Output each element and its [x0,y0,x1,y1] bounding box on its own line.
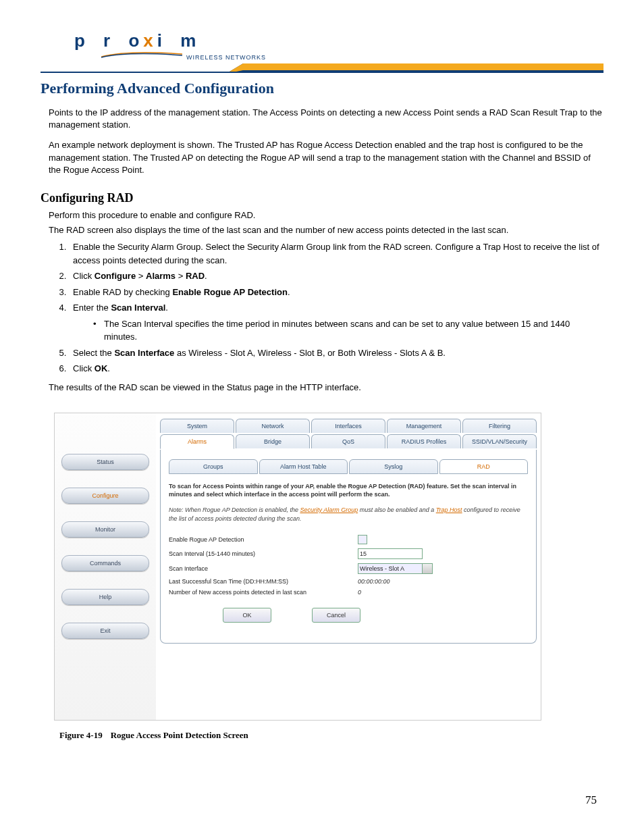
label-last-scan-time: Last Successful Scan Time (DD:HH:MM:SS) [169,578,358,585]
value-new-ap-count: 0 [358,589,361,596]
step-4-bullet: The Scan Interval specifies the time per… [93,317,603,344]
nav-monitor[interactable]: Monitor [61,521,149,538]
tab-content: Groups Alarm Host Table Syslog RAD To sc… [160,450,537,644]
rad-screen: Status Configure Monitor Commands Help E… [54,413,541,721]
panel-note: Note: When Rogue AP Detection is enabled… [169,506,528,523]
link-trap-host[interactable]: Trap Host [436,506,462,513]
tab-row-2: Alarms Bridge QoS RADIUS Profiles SSID/V… [160,434,537,449]
value-last-scan-time: 00:00:00:00 [358,578,390,585]
tab-management[interactable]: Management [387,419,461,433]
section-lead-1: Perform this procedure to enable and con… [41,209,603,221]
page-number: 75 [585,793,597,807]
page-title: Performing Advanced Configuration [41,80,603,97]
logo-x-icon: x [143,30,159,51]
tab-alarms[interactable]: Alarms [160,434,234,449]
intro-paragraph-2: An example network deployment is shown. … [41,139,603,176]
tab-interfaces[interactable]: Interfaces [311,419,385,433]
nav-exit[interactable]: Exit [61,623,149,639]
brand-logo: p r o x i m WIRELESS NETWORKS [41,20,603,61]
header-divider [41,63,603,73]
cancel-button[interactable]: Cancel [312,608,360,623]
figure-caption: Figure 4-19Rogue Access Point Detection … [59,730,603,741]
after-steps-note: The results of the RAD scan be viewed in… [41,382,603,392]
step-5: Select the Scan Interface as Wireless - … [69,346,603,360]
subtab-row: Groups Alarm Host Table Syslog RAD [169,459,528,474]
checkbox-enable-rad[interactable] [358,535,367,544]
link-security-alarm-group[interactable]: Security Alarm Group [300,506,358,513]
step-2: Click Configure > Alarms > RAD. [69,269,603,283]
left-nav: Status Configure Monitor Commands Help E… [55,413,156,720]
figure-number: Figure 4-19 [59,730,103,740]
procedure-list: Enable the Security Alarm Group. Select … [41,240,603,375]
tab-radius[interactable]: RADIUS Profiles [387,434,461,448]
nav-configure[interactable]: Configure [61,488,149,504]
logo-subtitle: WIRELESS NETWORKS [186,54,266,61]
select-scan-interface[interactable]: Wireless - Slot A [358,563,423,574]
intro-paragraph-1: Points to the IP address of the manageme… [41,107,603,131]
step-4: Enter the Scan Interval. The Scan Interv… [69,301,603,344]
figure-title: Rogue Access Point Detection Screen [111,730,248,740]
nav-status[interactable]: Status [61,454,149,470]
logo-swoosh-icon [101,51,182,58]
panel-description: To scan for Access Points within range o… [169,482,528,499]
subtab-groups[interactable]: Groups [169,459,258,474]
section-lead-2: The RAD screen also displays the time of… [41,224,603,236]
input-scan-interval[interactable]: 15 [358,548,423,559]
nav-help[interactable]: Help [61,589,149,605]
logo-text-right: i m [157,30,203,51]
label-scan-interface: Scan Interface [169,565,358,572]
subtab-alarm-host[interactable]: Alarm Host Table [259,459,348,474]
tab-bridge[interactable]: Bridge [236,434,310,448]
tab-row-1: System Network Interfaces Management Fil… [160,419,537,433]
step-1: Enable the Security Alarm Group. Select … [69,240,603,267]
label-enable-rad: Enable Rogue AP Detection [169,536,358,543]
tab-network[interactable]: Network [236,419,310,433]
section-heading: Configuring RAD [41,191,603,205]
main-panel: System Network Interfaces Management Fil… [156,413,541,720]
subtab-rad[interactable]: RAD [439,459,529,474]
step-6: Click OK. [69,362,603,375]
nav-commands[interactable]: Commands [61,555,149,571]
label-new-ap-count: Number of New access points detected in … [169,589,358,596]
label-scan-interval: Scan Interval (15-1440 minutes) [169,550,358,557]
tab-filtering[interactable]: Filtering [462,419,537,433]
subtab-syslog[interactable]: Syslog [349,459,438,474]
tab-system[interactable]: System [160,419,234,433]
tab-qos[interactable]: QoS [311,434,385,448]
tab-ssid[interactable]: SSID/VLAN/Security [462,434,537,448]
ok-button[interactable]: OK [223,608,271,623]
step-3: Enable RAD by checking Enable Rogue AP D… [69,286,603,299]
logo-text-left: p r o [74,30,146,51]
